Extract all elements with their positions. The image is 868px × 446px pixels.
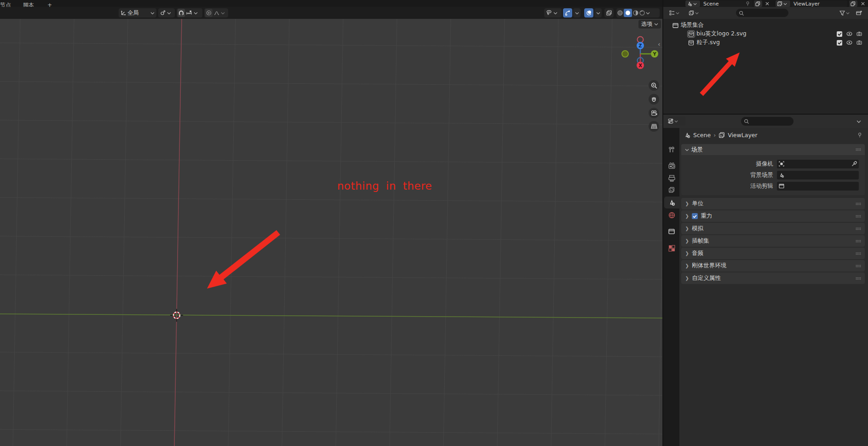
gizmo-neg-axis-ring-red [638,37,644,43]
drag-handle-icon[interactable] [856,252,861,255]
falloff-curve-icon[interactable] [214,11,219,16]
tab-output[interactable] [667,174,676,183]
material-preview-icon[interactable] [633,10,638,16]
rendered-shading-icon[interactable] [639,10,645,16]
show-gizmo-toggle[interactable] [563,8,572,17]
remove-viewlayer-button[interactable] [859,0,867,7]
delete-scene-button[interactable] [764,0,771,7]
eyedropper-icon[interactable] [851,161,857,167]
solid-shading-icon [625,10,631,16]
show-object-types-dropdown[interactable] [544,8,562,17]
pin-icon[interactable] [857,132,862,138]
outliner-display-mode-dropdown[interactable] [687,8,705,17]
section-rigid-body-world[interactable]: ❯刚体世界环境 [681,260,865,272]
gravity-checkbox[interactable] [692,213,698,219]
exclude-checkbox[interactable] [837,31,842,37]
drag-handle-icon[interactable] [856,215,861,218]
pin-icon[interactable] [745,1,750,6]
tab-collection[interactable] [667,226,676,236]
active-clip-field[interactable] [777,182,859,191]
outliner-row-item[interactable]: biu英文logo 2.svg [663,29,868,38]
funnel-icon [839,11,845,16]
tab-render[interactable] [667,161,676,170]
drag-handle-icon[interactable] [856,148,861,151]
drag-handle-icon[interactable] [856,277,861,280]
section-units[interactable]: ❯单位 [681,198,865,209]
eye-icon[interactable] [846,31,852,36]
3d-viewport[interactable]: Z Y X 全局 [0,7,662,446]
chevron-down-icon [194,12,198,15]
show-overlays-toggle[interactable] [584,8,593,17]
tab-view-layer[interactable] [667,185,676,194]
snap-toggle-button[interactable] [178,9,185,17]
new-scene-button[interactable] [754,0,762,7]
viewlayer-name-field[interactable]: ViewLayer [791,0,847,7]
viewport-canvas[interactable]: Z Y X [0,19,662,446]
scene-panel-header[interactable]: 场景 [681,144,865,155]
search-icon [744,119,749,124]
pan-button[interactable] [649,94,659,104]
perspective-toggle-button[interactable] [649,121,659,132]
scene-panel: 场景 摄像机 背景场景 活动剪辑 [681,144,865,195]
drag-handle-icon[interactable] [856,265,861,267]
outliner-row-item[interactable]: 粒子.svg [663,38,868,47]
camera-visibility-icon[interactable] [857,31,862,36]
gizmo-x-axis: X [637,62,644,69]
background-scene-field[interactable] [777,171,859,180]
drag-handle-icon[interactable] [856,227,861,230]
add-workspace-tab[interactable]: + [44,0,56,7]
navigation-gizmo[interactable]: Z Y X [622,37,658,70]
snap-target-icon[interactable] [186,11,192,16]
viewlayer-browse-button[interactable] [776,0,790,7]
section-audio[interactable]: ❯音频 [681,248,865,259]
exclude-checkbox[interactable] [837,40,842,46]
outliner-filter-dropdown[interactable] [839,8,853,17]
section-custom-properties[interactable]: ❯自定义属性 [681,272,865,284]
tab-world[interactable] [667,210,676,220]
chevron-down-icon [676,12,679,15]
breadcrumb-scene[interactable]: Scene [693,132,711,139]
outliner-search-input[interactable] [736,9,788,17]
properties-editor-type-dropdown[interactable] [668,116,685,126]
eye-icon[interactable] [846,40,852,45]
tab-scene[interactable] [667,198,676,207]
gizmo-neg-axis-ball-green [622,51,628,57]
breadcrumb-viewlayer[interactable]: ViewLayer [728,132,758,139]
pivot-point-dropdown[interactable] [158,8,175,17]
scene-name-field[interactable]: Scene [701,0,753,7]
section-keying-sets[interactable]: ❯插帧集 [681,235,865,247]
properties-sliders-icon [668,118,673,124]
workspace-tab-scripting[interactable]: 脚本 [19,0,38,7]
properties-search-input[interactable] [741,117,793,126]
outliner-row-scene-collection[interactable]: 场景集合 [663,21,868,29]
solid-shading-button[interactable] [624,9,632,17]
drag-handle-icon[interactable] [856,203,861,205]
camera-visibility-icon[interactable] [857,40,862,45]
tab-texture[interactable] [667,243,676,253]
new-collection-button[interactable] [855,8,865,17]
workspace-tab-nodes[interactable]: 节点 [0,0,15,7]
tab-tool[interactable] [667,145,676,154]
zoom-button[interactable] [649,80,659,91]
camera-view-button[interactable] [649,108,659,118]
wireframe-shading-icon[interactable] [617,10,623,16]
clapperboard-icon [779,183,784,189]
transform-orientation-dropdown[interactable]: 全局 [119,8,156,17]
proportional-edit-group [204,8,228,17]
camera-field[interactable] [777,160,859,168]
properties-breadcrumb: Scene › ViewLayer [679,128,868,142]
scene-browse-button[interactable] [685,0,700,7]
section-gravity[interactable]: ❯ 重力 [681,210,865,222]
proportional-edit-toggle[interactable] [205,9,213,17]
outliner-editor-type-dropdown[interactable] [668,8,684,17]
drag-handle-icon[interactable] [856,240,861,243]
chevron-down-icon[interactable] [857,120,861,123]
sidebar-collapse-arrow[interactable]: ‹ [658,41,661,48]
xray-toggle[interactable] [604,8,614,17]
viewport-options-dropdown[interactable]: 选项 [638,20,661,29]
section-simulation[interactable]: ❯模拟 [681,223,865,234]
add-viewlayer-button[interactable] [849,0,857,7]
gizmo-dropdown[interactable] [573,8,581,17]
scene-icon [668,199,675,206]
overlays-dropdown[interactable] [594,8,602,17]
